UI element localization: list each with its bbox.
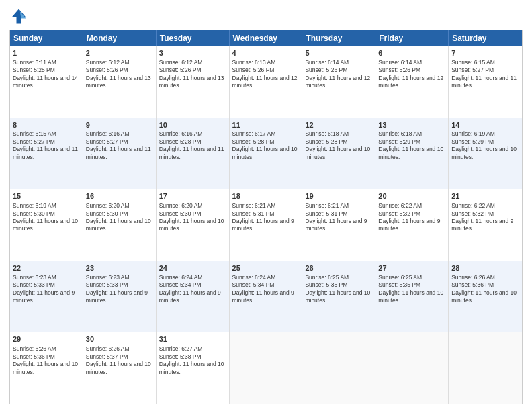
sunrise-text: Sunrise: 6:22 AM [378, 202, 445, 210]
sunrise-text: Sunrise: 6:19 AM [451, 130, 519, 138]
cal-week-1: 1Sunrise: 6:11 AMSunset: 5:25 PMDaylight… [10, 46, 522, 118]
sunset-text: Sunset: 5:30 PM [159, 210, 226, 218]
sunset-text: Sunset: 5:34 PM [159, 281, 226, 289]
cal-cell-empty [375, 332, 449, 404]
daylight-text: Daylight: 11 hours and 9 minutes. [232, 289, 300, 305]
sunset-text: Sunset: 5:30 PM [13, 210, 80, 218]
sunrise-text: Sunrise: 6:19 AM [13, 202, 80, 210]
sunrise-text: Sunrise: 6:26 AM [13, 345, 80, 353]
day-number: 9 [86, 120, 153, 130]
sunset-text: Sunset: 5:36 PM [451, 281, 519, 289]
day-number: 5 [305, 48, 372, 58]
sunrise-text: Sunrise: 6:24 AM [232, 274, 300, 281]
sunrise-text: Sunrise: 6:14 AM [378, 59, 445, 66]
sunset-text: Sunset: 5:27 PM [86, 138, 153, 146]
cal-cell-empty [230, 332, 303, 404]
cal-cell-day-25: 25Sunrise: 6:24 AMSunset: 5:34 PMDayligh… [230, 261, 303, 332]
day-number: 31 [159, 334, 226, 345]
day-number: 27 [378, 263, 445, 273]
daylight-text: Daylight: 11 hours and 9 minutes. [13, 289, 80, 305]
day-number: 3 [159, 48, 226, 58]
daylight-text: Daylight: 11 hours and 11 minutes. [159, 146, 226, 161]
day-number: 10 [159, 120, 226, 130]
sunrise-text: Sunrise: 6:27 AM [159, 345, 226, 353]
sunset-text: Sunset: 5:30 PM [86, 210, 153, 218]
daylight-text: Daylight: 11 hours and 10 minutes. [13, 218, 80, 233]
sunrise-text: Sunrise: 6:15 AM [451, 59, 519, 66]
day-number: 24 [159, 263, 226, 273]
cal-cell-day-11: 11Sunrise: 6:17 AMSunset: 5:28 PMDayligh… [230, 118, 303, 189]
daylight-text: Daylight: 11 hours and 9 minutes. [451, 218, 519, 233]
daylight-text: Daylight: 11 hours and 10 minutes. [86, 361, 153, 376]
sunset-text: Sunset: 5:29 PM [451, 138, 519, 146]
sunrise-text: Sunrise: 6:24 AM [159, 274, 226, 281]
sunrise-text: Sunrise: 6:23 AM [86, 274, 153, 281]
sunset-text: Sunset: 5:33 PM [86, 281, 153, 289]
logo [9, 7, 31, 26]
sunrise-text: Sunrise: 6:13 AM [232, 59, 300, 66]
cal-header-sunday: Sunday [10, 30, 83, 46]
day-number: 1 [13, 48, 80, 58]
sunrise-text: Sunrise: 6:23 AM [13, 274, 80, 281]
day-number: 20 [378, 191, 445, 201]
daylight-text: Daylight: 11 hours and 10 minutes. [305, 289, 372, 305]
sunset-text: Sunset: 5:32 PM [451, 210, 519, 218]
cal-cell-day-14: 14Sunrise: 6:19 AMSunset: 5:29 PMDayligh… [449, 118, 522, 189]
sunset-text: Sunset: 5:26 PM [305, 66, 372, 74]
cal-cell-day-17: 17Sunrise: 6:20 AMSunset: 5:30 PMDayligh… [157, 189, 230, 261]
cal-cell-day-18: 18Sunrise: 6:21 AMSunset: 5:31 PMDayligh… [230, 189, 303, 261]
sunset-text: Sunset: 5:26 PM [378, 66, 445, 74]
sunrise-text: Sunrise: 6:18 AM [378, 130, 445, 138]
day-number: 18 [232, 191, 300, 201]
cal-header-wednesday: Wednesday [230, 30, 303, 46]
day-number: 12 [305, 120, 372, 130]
cal-cell-day-8: 8Sunrise: 6:15 AMSunset: 5:27 PMDaylight… [10, 118, 83, 189]
sunrise-text: Sunrise: 6:11 AM [13, 59, 80, 66]
cal-week-2: 8Sunrise: 6:15 AMSunset: 5:27 PMDaylight… [10, 118, 522, 190]
day-number: 15 [13, 191, 80, 201]
cal-cell-day-12: 12Sunrise: 6:18 AMSunset: 5:28 PMDayligh… [302, 118, 375, 189]
sunset-text: Sunset: 5:37 PM [86, 353, 153, 361]
daylight-text: Daylight: 11 hours and 10 minutes. [451, 146, 519, 161]
day-number: 2 [86, 48, 153, 58]
cal-cell-day-13: 13Sunrise: 6:18 AMSunset: 5:29 PMDayligh… [375, 118, 449, 189]
cal-cell-day-24: 24Sunrise: 6:24 AMSunset: 5:34 PMDayligh… [157, 261, 230, 332]
daylight-text: Daylight: 11 hours and 10 minutes. [378, 146, 445, 161]
sunrise-text: Sunrise: 6:12 AM [159, 59, 226, 66]
cal-cell-day-16: 16Sunrise: 6:20 AMSunset: 5:30 PMDayligh… [83, 189, 157, 261]
sunset-text: Sunset: 5:27 PM [13, 138, 80, 146]
cal-cell-day-5: 5Sunrise: 6:14 AMSunset: 5:26 PMDaylight… [302, 46, 375, 118]
cal-header-saturday: Saturday [449, 30, 522, 46]
daylight-text: Daylight: 11 hours and 11 minutes. [86, 146, 153, 161]
sunset-text: Sunset: 5:29 PM [378, 138, 445, 146]
cal-cell-day-21: 21Sunrise: 6:22 AMSunset: 5:32 PMDayligh… [449, 189, 522, 261]
sunrise-text: Sunrise: 6:17 AM [232, 130, 300, 138]
sunset-text: Sunset: 5:26 PM [159, 66, 226, 74]
cal-cell-day-20: 20Sunrise: 6:22 AMSunset: 5:32 PMDayligh… [375, 189, 449, 261]
day-number: 30 [86, 334, 153, 345]
sunset-text: Sunset: 5:34 PM [232, 281, 300, 289]
day-number: 26 [305, 263, 372, 273]
day-number: 16 [86, 191, 153, 201]
sunrise-text: Sunrise: 6:21 AM [305, 202, 372, 210]
daylight-text: Daylight: 11 hours and 12 minutes. [305, 75, 372, 90]
sunrise-text: Sunrise: 6:20 AM [159, 202, 226, 210]
calendar: SundayMondayTuesdayWednesdayThursdayFrid… [9, 30, 523, 404]
sunrise-text: Sunrise: 6:25 AM [378, 274, 445, 281]
sunset-text: Sunset: 5:33 PM [13, 281, 80, 289]
day-number: 17 [159, 191, 226, 201]
day-number: 14 [451, 120, 519, 130]
sunset-text: Sunset: 5:31 PM [305, 210, 372, 218]
sunset-text: Sunset: 5:35 PM [305, 281, 372, 289]
cal-cell-day-19: 19Sunrise: 6:21 AMSunset: 5:31 PMDayligh… [302, 189, 375, 261]
daylight-text: Daylight: 11 hours and 9 minutes. [378, 218, 445, 233]
sunset-text: Sunset: 5:35 PM [378, 281, 445, 289]
sunrise-text: Sunrise: 6:26 AM [86, 345, 153, 353]
day-number: 11 [232, 120, 300, 130]
cal-cell-empty [302, 332, 375, 404]
sunrise-text: Sunrise: 6:16 AM [86, 130, 153, 138]
page: SundayMondayTuesdayWednesdayThursdayFrid… [0, 0, 532, 411]
daylight-text: Daylight: 11 hours and 10 minutes. [159, 361, 226, 376]
cal-cell-day-29: 29Sunrise: 6:26 AMSunset: 5:36 PMDayligh… [10, 332, 83, 404]
cal-cell-day-4: 4Sunrise: 6:13 AMSunset: 5:26 PMDaylight… [230, 46, 303, 118]
